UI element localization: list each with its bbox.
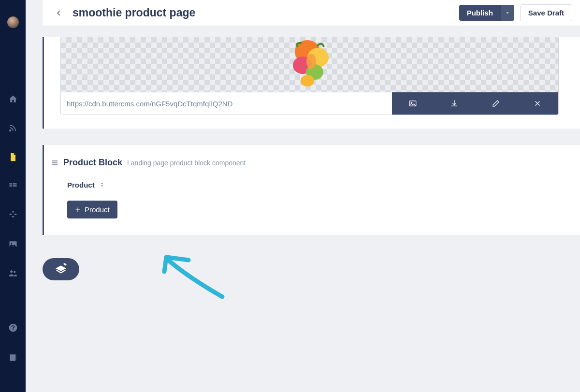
media-preview-icon[interactable] bbox=[392, 92, 434, 115]
layers-plus-icon: + bbox=[54, 263, 68, 276]
edit-icon[interactable] bbox=[475, 92, 517, 115]
product-field-label: Product bbox=[67, 181, 95, 189]
image-url-text[interactable]: https://cdn.buttercms.com/nGF5vqDcTtqmfq… bbox=[61, 92, 392, 115]
blog-icon[interactable] bbox=[8, 123, 18, 133]
annotation-arrow bbox=[160, 253, 237, 306]
save-draft-button[interactable]: Save Draft bbox=[520, 4, 572, 21]
avatar[interactable] bbox=[7, 16, 19, 28]
publish-button[interactable]: Publish bbox=[459, 5, 501, 21]
media-icon[interactable] bbox=[8, 239, 18, 249]
svg-rect-1 bbox=[9, 183, 12, 185]
add-product-button[interactable]: Product bbox=[67, 201, 117, 218]
plus-icon bbox=[75, 207, 81, 213]
docs-icon[interactable] bbox=[8, 352, 18, 363]
svg-rect-3 bbox=[13, 183, 17, 185]
drag-handle-icon[interactable] bbox=[51, 159, 58, 167]
add-section-button[interactable]: + bbox=[43, 258, 79, 280]
svg-point-7 bbox=[10, 270, 13, 273]
svg-point-16 bbox=[411, 102, 412, 103]
download-icon[interactable] bbox=[434, 92, 475, 115]
block-description: Landing page product block component bbox=[127, 159, 246, 167]
product-image bbox=[288, 37, 332, 92]
svg-point-0 bbox=[9, 130, 11, 131]
product-block-card: Product Block Landing page product block… bbox=[43, 145, 580, 235]
back-button[interactable] bbox=[53, 7, 65, 19]
image-actions bbox=[392, 92, 558, 115]
svg-rect-2 bbox=[9, 185, 12, 187]
help-icon[interactable] bbox=[8, 322, 18, 333]
pages-icon[interactable] bbox=[8, 152, 18, 162]
svg-rect-4 bbox=[13, 185, 17, 187]
page-title: smoothie product page bbox=[72, 6, 459, 19]
components-icon[interactable] bbox=[8, 210, 18, 220]
image-url-row: https://cdn.buttercms.com/nGF5vqDcTtqmfq… bbox=[60, 92, 559, 115]
svg-rect-18 bbox=[52, 162, 58, 163]
svg-point-14 bbox=[306, 54, 316, 69]
svg-rect-19 bbox=[52, 164, 58, 165]
users-icon[interactable] bbox=[8, 268, 18, 278]
image-preview[interactable] bbox=[60, 37, 559, 92]
main-content: https://cdn.buttercms.com/nGF5vqDcTtqmfq… bbox=[43, 26, 580, 392]
svg-rect-17 bbox=[52, 160, 58, 161]
collections-icon[interactable] bbox=[8, 181, 18, 191]
svg-text:+: + bbox=[64, 263, 67, 267]
publish-dropdown[interactable] bbox=[501, 5, 514, 21]
add-product-label: Product bbox=[85, 205, 110, 214]
close-icon[interactable] bbox=[517, 92, 558, 115]
svg-point-8 bbox=[14, 271, 15, 273]
svg-point-6 bbox=[11, 243, 12, 244]
block-title: Product Block bbox=[63, 158, 122, 168]
image-field-card: https://cdn.buttercms.com/nGF5vqDcTtqmfq… bbox=[43, 37, 580, 129]
sort-toggle-icon[interactable] bbox=[99, 180, 105, 189]
topbar: smoothie product page Publish Save Draft bbox=[43, 0, 580, 26]
home-icon[interactable] bbox=[8, 94, 18, 104]
left-sidebar bbox=[0, 0, 26, 392]
svg-point-13 bbox=[301, 75, 314, 87]
